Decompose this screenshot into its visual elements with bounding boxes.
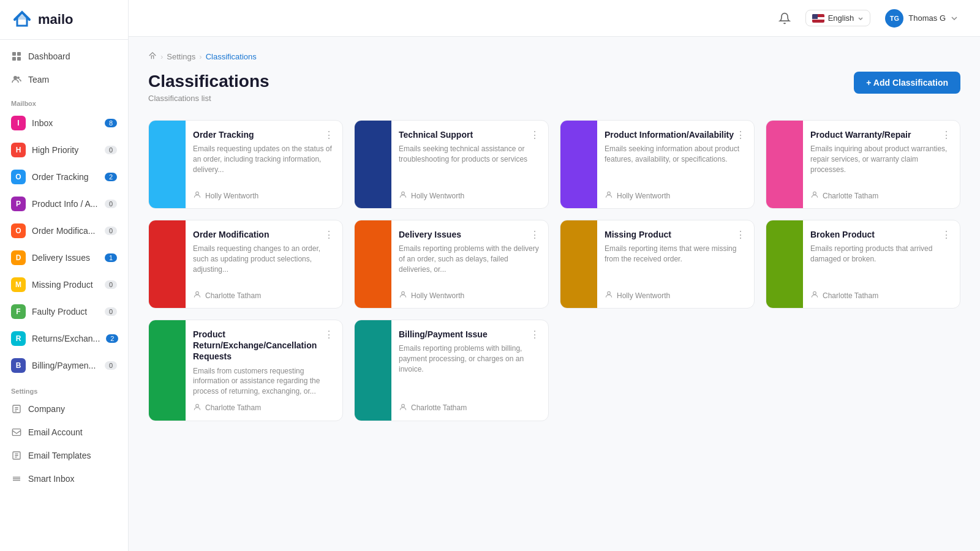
card-order-tracking: Order Tracking Emails requesting updates…: [148, 120, 343, 209]
card-menu-button[interactable]: ⋮: [733, 128, 748, 142]
sidebar-letter-badge: I: [11, 116, 26, 130]
card-menu-button[interactable]: ⋮: [322, 128, 336, 142]
card-user-name: Charlotte Tatham: [411, 403, 467, 412]
svg-rect-3: [17, 57, 21, 61]
card-title: Missing Product: [605, 229, 747, 240]
card-body: Technical Support Emails seeking technic…: [391, 121, 548, 208]
sidebar-item-team[interactable]: Team: [0, 68, 128, 91]
card-footer: Holly Wentworth: [605, 290, 747, 301]
user-menu[interactable]: TG Thomas G: [880, 7, 963, 30]
user-name: Thomas G: [908, 13, 946, 23]
card-title: Order Tracking: [193, 129, 335, 140]
language-selector[interactable]: English: [805, 10, 871, 26]
sidebar-item-email-account[interactable]: Email Account: [0, 421, 128, 444]
card-menu-button[interactable]: ⋮: [939, 128, 954, 142]
card-menu-button[interactable]: ⋮: [527, 328, 542, 342]
mailbox-section-label: Mailbox: [0, 91, 128, 110]
card-color-bar: [149, 320, 186, 421]
sidebar-item-smart-inbox[interactable]: Smart Inbox: [0, 467, 128, 490]
card-title: Order Modification: [193, 229, 335, 240]
main-content: › Settings › Classifications Classificat…: [129, 37, 980, 551]
card-title: Delivery Issues: [399, 229, 541, 240]
card-menu-button[interactable]: ⋮: [322, 328, 336, 342]
sidebar-item-dashboard[interactable]: Dashboard: [0, 45, 128, 68]
smart-inbox-icon: [11, 473, 22, 484]
sidebar-item-product-info[interactable]: P Product Info / A... 0: [0, 190, 128, 217]
card-menu-button[interactable]: ⋮: [322, 228, 336, 242]
card-desc: Emails requesting updates on the status …: [193, 144, 335, 174]
card-title: Product Information/Availability: [605, 129, 747, 140]
settings-nav: Company Email Account Email Templates Sm…: [0, 397, 128, 490]
card-user-icon: [193, 403, 202, 413]
card-body: Missing Product Emails reporting items t…: [597, 220, 754, 308]
card-body: Product Return/Exchange/Cancellation Req…: [186, 320, 342, 421]
email-templates-icon: [11, 450, 22, 461]
card-menu-button[interactable]: ⋮: [527, 228, 542, 242]
sidebar-item-label: Billing/Paymen...: [32, 361, 96, 370]
sidebar-item-email-templates[interactable]: Email Templates: [0, 444, 128, 467]
sidebar-item-order-tracking[interactable]: O Order Tracking 2: [0, 163, 128, 190]
card-color-bar: [766, 220, 803, 308]
sidebar-item-delivery-issues[interactable]: D Delivery Issues 1: [0, 244, 128, 271]
sidebar-letter-badge: F: [11, 304, 26, 319]
card-body: Product Warranty/Repair Emails inquiring…: [803, 121, 960, 208]
sidebar-item-label: Delivery Issues: [32, 253, 90, 263]
add-classification-button[interactable]: + Add Classification: [854, 72, 960, 94]
card-menu-button[interactable]: ⋮: [939, 228, 954, 242]
sidebar-item-billing-paym[interactable]: B Billing/Paymen... 0: [0, 352, 128, 379]
card-color-bar: [766, 121, 803, 208]
breadcrumb-home-icon[interactable]: [148, 51, 157, 62]
sidebar-item-inbox[interactable]: I Inbox 8: [0, 110, 128, 137]
sidebar-item-label: High Priority: [32, 145, 78, 155]
sidebar-letter-badge: O: [11, 223, 26, 238]
card-body: Billing/Payment Issue Emails reporting p…: [391, 320, 548, 421]
sidebar-badge: 2: [106, 334, 118, 343]
sidebar-item-returns-exch[interactable]: R Returns/Exchan... 2: [0, 325, 128, 352]
breadcrumb-current: Classifications: [206, 52, 257, 61]
card-menu-button[interactable]: ⋮: [733, 228, 748, 242]
svg-point-10: [402, 192, 405, 195]
flag-icon: [812, 14, 824, 23]
card-menu-button[interactable]: ⋮: [527, 128, 542, 142]
language-label: English: [828, 13, 854, 23]
email-account-icon: [11, 427, 22, 438]
card-color-bar: [149, 121, 186, 208]
card-title: Product Return/Exchange/Cancellation Req…: [193, 329, 335, 362]
card-user-icon: [399, 403, 407, 413]
sidebar-item-missing-product[interactable]: M Missing Product 0: [0, 271, 128, 298]
sidebar-item-label: Product Info / A...: [32, 199, 97, 209]
sidebar: mailo Dashboard Team Mailbox I Inbox 8 H…: [0, 0, 129, 551]
card-title: Broken Product: [810, 229, 952, 240]
sidebar-item-faulty-product[interactable]: F Faulty Product 0: [0, 298, 128, 325]
sidebar-item-order-modifica[interactable]: O Order Modifica... 0: [0, 217, 128, 244]
sidebar-letter-badge: D: [11, 250, 26, 265]
sidebar-item-company[interactable]: Company: [0, 397, 128, 421]
sidebar-item-high-priority[interactable]: H High Priority 0: [0, 137, 128, 163]
card-color-bar: [355, 121, 391, 208]
logo-icon: [11, 9, 33, 31]
sidebar-item-label: Email Account: [28, 427, 83, 437]
card-desc: Emails reporting problems with billing, …: [399, 343, 541, 374]
company-icon: [11, 403, 22, 414]
sidebar-badge: 0: [105, 307, 117, 316]
dashboard-icon: [11, 51, 22, 62]
sidebar-item-label: Returns/Exchan...: [32, 334, 100, 343]
card-title: Technical Support: [399, 129, 541, 140]
card-footer: Charlotte Tatham: [810, 290, 952, 301]
sidebar-item-label: Order Tracking: [32, 172, 89, 182]
breadcrumb-settings[interactable]: Settings: [167, 52, 195, 61]
card-desc: Emails seeking information about product…: [605, 144, 747, 165]
card-user-icon: [193, 190, 202, 201]
svg-point-16: [813, 291, 816, 294]
card-order-modification: Order Modification Emails requesting cha…: [148, 220, 343, 309]
svg-rect-7: [12, 429, 20, 436]
card-footer: Holly Wentworth: [399, 290, 541, 301]
svg-point-18: [402, 404, 405, 407]
sidebar-dashboard-label: Dashboard: [28, 51, 70, 61]
sidebar-badge: 1: [105, 253, 117, 262]
notification-bell[interactable]: [774, 7, 796, 29]
card-user-icon: [605, 190, 613, 201]
page-subtitle: Classifications list: [148, 94, 270, 103]
svg-rect-1: [17, 52, 21, 56]
sidebar-item-label: Email Templates: [28, 451, 91, 460]
